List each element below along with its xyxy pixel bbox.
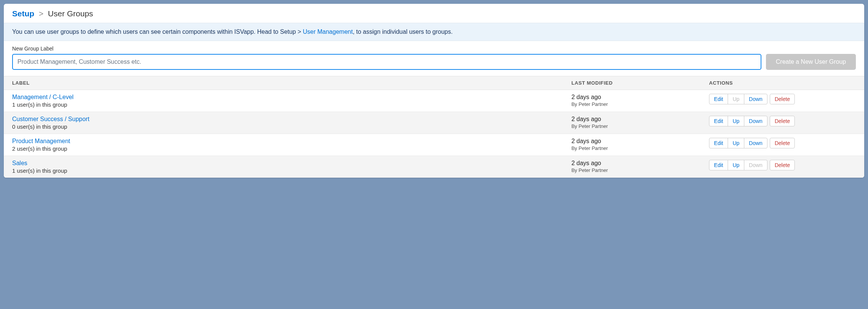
group-user-count: 1 user(s) in this group <box>12 167 555 174</box>
breadcrumb: Setup > User Groups <box>4 4 864 23</box>
breadcrumb-current: User Groups <box>48 9 93 18</box>
create-group-button[interactable]: Create a New User Group <box>766 54 856 70</box>
edit-button[interactable]: Edit <box>709 160 728 170</box>
down-button[interactable]: Down <box>744 138 767 148</box>
up-button[interactable]: Up <box>728 138 744 148</box>
modified-by: By Peter Partner <box>571 123 692 129</box>
breadcrumb-root-link[interactable]: Setup <box>12 9 34 18</box>
col-header-modified: LAST MODIFIED <box>563 76 701 90</box>
modified-by: By Peter Partner <box>571 101 692 107</box>
table-row: Customer Success / Support0 user(s) in t… <box>4 112 864 134</box>
info-banner: You can use user groups to define which … <box>4 23 864 41</box>
user-management-link[interactable]: User Management <box>303 28 353 35</box>
delete-button[interactable]: Delete <box>770 116 795 126</box>
info-text-after: , to assign individual users to groups. <box>353 28 453 35</box>
modified-time: 2 days ago <box>571 160 692 167</box>
delete-button[interactable]: Delete <box>770 94 795 104</box>
group-user-count: 1 user(s) in this group <box>12 101 555 108</box>
group-name-link[interactable]: Customer Success / Support <box>12 116 90 122</box>
col-header-actions: ACTIONS <box>701 76 864 90</box>
delete-button[interactable]: Delete <box>770 138 795 148</box>
edit-button[interactable]: Edit <box>709 116 728 126</box>
modified-by: By Peter Partner <box>571 145 692 151</box>
new-group-input[interactable] <box>12 54 761 70</box>
modified-by: By Peter Partner <box>571 167 692 173</box>
up-button[interactable]: Up <box>728 116 744 126</box>
group-name-link[interactable]: Product Management <box>12 138 70 144</box>
up-button[interactable]: Up <box>728 160 744 170</box>
group-name-link[interactable]: Sales <box>12 160 27 166</box>
info-text-before: You can use user groups to define which … <box>12 28 303 35</box>
down-button[interactable]: Down <box>744 94 767 104</box>
breadcrumb-separator: > <box>39 9 43 18</box>
edit-button[interactable]: Edit <box>709 138 728 148</box>
table-row: Sales1 user(s) in this group2 days agoBy… <box>4 156 864 178</box>
col-header-label: LABEL <box>4 76 563 90</box>
user-groups-panel: Setup > User Groups You can use user gro… <box>4 4 864 178</box>
table-row: Product Management2 user(s) in this grou… <box>4 134 864 156</box>
modified-time: 2 days ago <box>571 94 692 101</box>
up-button: Up <box>728 94 744 104</box>
group-name-link[interactable]: Management / C-Level <box>12 94 74 100</box>
groups-table: LABEL LAST MODIFIED ACTIONS Management /… <box>4 76 864 178</box>
group-user-count: 2 user(s) in this group <box>12 145 555 152</box>
group-user-count: 0 user(s) in this group <box>12 123 555 130</box>
modified-time: 2 days ago <box>571 138 692 145</box>
new-group-form: New Group Label Create a New User Group <box>4 41 864 76</box>
table-row: Management / C-Level1 user(s) in this gr… <box>4 90 864 112</box>
modified-time: 2 days ago <box>571 116 692 123</box>
new-group-label: New Group Label <box>12 46 856 52</box>
down-button: Down <box>744 160 767 170</box>
down-button[interactable]: Down <box>744 116 767 126</box>
delete-button[interactable]: Delete <box>770 160 795 170</box>
edit-button[interactable]: Edit <box>709 94 728 104</box>
